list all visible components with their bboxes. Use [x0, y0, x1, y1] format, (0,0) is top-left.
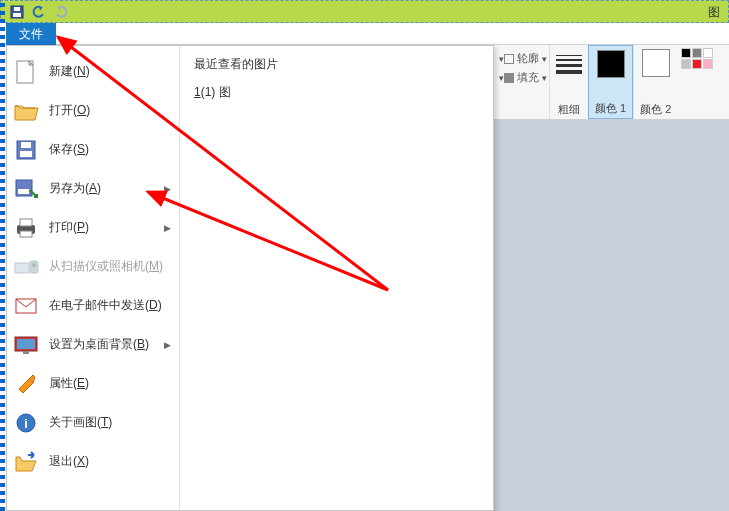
fill-label: 填充: [517, 70, 539, 85]
menu-label: 属性(E): [49, 375, 89, 392]
menu-item-save[interactable]: 保存(S): [7, 130, 179, 169]
submenu-arrow-icon: ▶: [164, 223, 171, 233]
scanner-icon: [13, 254, 39, 280]
recent-file-item[interactable]: 1(1) 图: [194, 81, 479, 104]
svg-rect-12: [15, 263, 29, 273]
file-menu-column: 新建(N) 打开(O) 保存(S) 另存为(A) ▶ 打印(P) ▶ 从扫描仪或…: [7, 46, 180, 510]
color2-label: 颜色 2: [640, 102, 671, 117]
menu-item-email[interactable]: 在电子邮件中发送(D): [7, 286, 179, 325]
svg-rect-5: [20, 151, 32, 157]
menu-item-scanner: 从扫描仪或照相机(M): [7, 247, 179, 286]
desktop-icon: [13, 332, 39, 358]
ribbon-tab-bar: 文件: [0, 23, 729, 45]
thickness-icon: [556, 49, 582, 74]
color-palette[interactable]: [681, 45, 713, 119]
print-icon: [13, 215, 39, 241]
menu-item-exit[interactable]: 退出(X): [7, 442, 179, 481]
submenu-arrow-icon: ▶: [164, 184, 171, 194]
menu-label: 新建(N): [49, 63, 90, 80]
email-icon: [13, 293, 39, 319]
palette-swatch[interactable]: [703, 48, 713, 58]
ribbon-right-section: ▾轮廓▾ ▾填充▾ 粗细 颜色 1 颜色 2: [494, 45, 729, 120]
thickness-group[interactable]: 粗细: [549, 45, 588, 119]
color2-group[interactable]: 颜色 2: [633, 45, 677, 119]
menu-label: 保存(S): [49, 141, 89, 158]
menu-label: 打开(O): [49, 102, 90, 119]
palette-swatch[interactable]: [681, 48, 691, 58]
save-icon[interactable]: [9, 4, 25, 20]
menu-item-saveas[interactable]: 另存为(A) ▶: [7, 169, 179, 208]
about-icon: i: [13, 410, 39, 436]
svg-text:i: i: [24, 416, 28, 431]
svg-rect-11: [20, 231, 32, 237]
selection-border-left: [0, 0, 5, 511]
recent-files-panel: 最近查看的图片 1(1) 图: [180, 46, 493, 510]
window-title-fragment: 图: [708, 4, 720, 21]
svg-rect-6: [21, 142, 31, 148]
undo-icon[interactable]: [31, 4, 47, 20]
svg-rect-2: [14, 7, 20, 11]
menu-label: 另存为(A): [49, 180, 101, 197]
outline-label: 轮廓: [517, 51, 539, 66]
svg-point-14: [32, 263, 36, 267]
color1-swatch: [597, 50, 625, 78]
thickness-label: 粗细: [558, 102, 580, 117]
shape-options: ▾轮廓▾ ▾填充▾: [494, 45, 549, 119]
svg-rect-1: [13, 13, 21, 17]
menu-item-new[interactable]: 新建(N): [7, 52, 179, 91]
save-icon: [13, 137, 39, 163]
quick-access-toolbar: 图: [0, 0, 729, 23]
menu-item-desktop[interactable]: 设置为桌面背景(B) ▶: [7, 325, 179, 364]
menu-item-print[interactable]: 打印(P) ▶: [7, 208, 179, 247]
menu-item-open[interactable]: 打开(O): [7, 91, 179, 130]
canvas-background[interactable]: [494, 120, 729, 511]
color1-label: 颜色 1: [595, 101, 626, 116]
color1-group[interactable]: 颜色 1: [588, 45, 633, 119]
properties-icon: [13, 371, 39, 397]
svg-rect-17: [17, 339, 35, 349]
saveas-icon: [13, 176, 39, 202]
menu-label: 从扫描仪或照相机(M): [49, 258, 163, 275]
open-icon: [13, 98, 39, 124]
fill-option[interactable]: ▾填充▾: [496, 70, 547, 85]
palette-swatch[interactable]: [692, 59, 702, 69]
menu-label: 退出(X): [49, 453, 89, 470]
outline-option[interactable]: ▾轮廓▾: [496, 51, 547, 66]
color2-swatch: [642, 49, 670, 77]
file-tab[interactable]: 文件: [6, 23, 56, 45]
menu-label: 设置为桌面背景(B): [49, 336, 149, 353]
svg-rect-18: [23, 351, 29, 354]
new-icon: [13, 59, 39, 85]
menu-item-properties[interactable]: 属性(E): [7, 364, 179, 403]
menu-item-about[interactable]: i 关于画图(T): [7, 403, 179, 442]
palette-swatch[interactable]: [681, 59, 691, 69]
svg-rect-10: [20, 219, 32, 226]
recent-files-title: 最近查看的图片: [194, 56, 479, 73]
palette-swatch[interactable]: [703, 59, 713, 69]
menu-label: 在电子邮件中发送(D): [49, 297, 162, 314]
svg-rect-8: [18, 189, 29, 194]
submenu-arrow-icon: ▶: [164, 340, 171, 350]
exit-icon: [13, 449, 39, 475]
palette-swatch[interactable]: [692, 48, 702, 58]
file-menu-dropdown: 新建(N) 打开(O) 保存(S) 另存为(A) ▶ 打印(P) ▶ 从扫描仪或…: [6, 45, 494, 511]
redo-icon[interactable]: [53, 4, 69, 20]
menu-label: 打印(P): [49, 219, 89, 236]
menu-label: 关于画图(T): [49, 414, 112, 431]
